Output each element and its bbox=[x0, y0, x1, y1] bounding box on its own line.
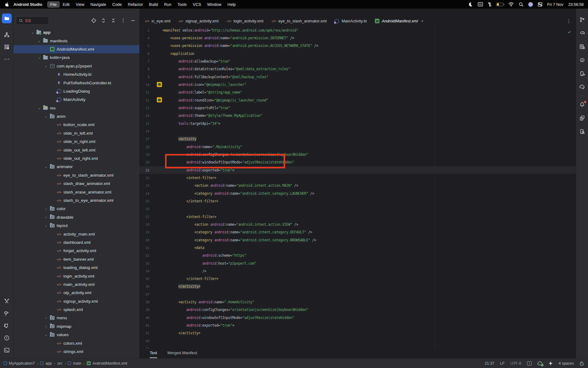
lock-open-icon[interactable] bbox=[580, 361, 584, 366]
keyboard-icon[interactable] bbox=[478, 2, 483, 6]
tab-options-kebab-icon[interactable]: ⋮ bbox=[567, 18, 571, 24]
device-explorer-icon[interactable] bbox=[577, 127, 587, 136]
menu-run[interactable]: Run bbox=[161, 1, 175, 8]
code-line-40[interactable]: 40 android:windowSoftInputMode="adjustRe… bbox=[139, 314, 576, 321]
code-line-11[interactable]: 11 android:label="@string/app_name" bbox=[139, 89, 576, 96]
code-line-12[interactable]: 12 android:roundIcon="@mipmap/ic_launche… bbox=[139, 96, 576, 104]
chevron-right-icon[interactable]: › bbox=[44, 215, 48, 219]
menu-tools[interactable]: Tools bbox=[175, 1, 190, 8]
code-line-8[interactable]: 8 android:dataExtractionRules="@xml/data… bbox=[139, 65, 576, 73]
code-line-16[interactable]: 16 bbox=[139, 127, 576, 135]
code-line-15[interactable]: 15 tools:targetApi="34"> bbox=[139, 120, 576, 127]
tree-item-otp-activity-xml[interactable]: </> otp_activity.xml bbox=[13, 289, 139, 297]
code-line-10[interactable]: 10 android:icon="@mipmap/ic_launcher" bbox=[139, 81, 576, 88]
chevron-down-icon[interactable]: ⌄ bbox=[44, 165, 48, 169]
code-line-2[interactable]: 2 <manifest xmlns:android="http://schema… bbox=[139, 26, 576, 34]
hide-icon[interactable] bbox=[130, 17, 136, 24]
code-line-39[interactable]: 39 android:configChanges="orientation|sc… bbox=[139, 306, 576, 314]
tree-item-color[interactable]: › color bbox=[13, 205, 139, 213]
tree-item-values[interactable]: ⌄ values bbox=[13, 331, 139, 339]
code-line-31[interactable]: 31 <data bbox=[139, 244, 576, 251]
tree-item-loadingdialog[interactable]: LoadingDialog bbox=[13, 87, 139, 95]
tree-item-item-banner-xml[interactable]: </> item_banner.xml bbox=[13, 255, 139, 263]
apple-logo-icon[interactable] bbox=[4, 2, 9, 7]
tree-item-slash-erase-animator-xml[interactable]: </> slash_erase_animator.xml bbox=[13, 188, 139, 196]
chevron-down-icon[interactable]: ⌄ bbox=[44, 64, 48, 68]
code-line-6[interactable]: 6 <application bbox=[139, 50, 576, 57]
chevron-down-icon[interactable]: ⌄ bbox=[37, 39, 41, 43]
code-line-38[interactable]: 38 <activity android:name=".HomeActivity… bbox=[139, 298, 576, 306]
menu-edit[interactable]: Edit bbox=[60, 1, 73, 8]
code-line-22[interactable]: 22 <intent-filter> bbox=[139, 174, 576, 182]
collapse-all-icon[interactable] bbox=[110, 17, 117, 24]
structure-icon[interactable] bbox=[2, 30, 12, 40]
indent-setting[interactable]: 4 spaces bbox=[559, 361, 574, 366]
sparkle-icon[interactable] bbox=[548, 361, 553, 366]
code-line-23[interactable]: 23 <action android:name="android.intent.… bbox=[139, 182, 576, 190]
code-line-9[interactable]: 9 android:fullBackupContent="@xml/backup… bbox=[139, 73, 576, 81]
code-line-30[interactable]: 30 <category android:name="android.inten… bbox=[139, 236, 576, 244]
tree-item-slide-out-left-xml[interactable]: </> slide_out_left.xml bbox=[13, 146, 139, 154]
tree-item-res[interactable]: ⌄ res bbox=[13, 104, 139, 112]
file-encoding[interactable]: UTF-8 bbox=[511, 361, 521, 366]
expand-all-icon[interactable] bbox=[100, 17, 107, 24]
code-line-4[interactable]: 4 <uses-permission android:name="android… bbox=[139, 34, 576, 42]
code-line-17[interactable]: 17 <activity bbox=[139, 135, 576, 143]
breadcrumb-app[interactable]: app bbox=[40, 361, 52, 366]
code-line-35[interactable]: 35 </intent-filter> bbox=[139, 275, 576, 283]
tree-item-homeactivity-kt[interactable]: K HomeActivity.kt bbox=[13, 70, 139, 79]
code-line-7[interactable]: 7 android:allowBackup="true" bbox=[139, 57, 576, 65]
tree-item-signup-activity-xml[interactable]: </> signup_activity.xml bbox=[13, 297, 139, 305]
tree-item-colors-xml[interactable]: </> colors.xml bbox=[13, 339, 139, 347]
logcat-icon[interactable] bbox=[2, 321, 12, 331]
view-tab-merged-manifest[interactable]: Merged Manifest bbox=[168, 351, 197, 358]
running-devices-icon[interactable] bbox=[577, 113, 587, 123]
device-manager-icon[interactable] bbox=[577, 69, 587, 79]
tree-item-splash-xml[interactable]: </> splash.xml bbox=[13, 305, 139, 314]
tree-item-layout[interactable]: ⌄ layout bbox=[13, 221, 139, 230]
chevron-down-icon[interactable]: ⌄ bbox=[31, 30, 34, 34]
tree-item-slash-draw-animator-xml[interactable]: </> slash_draw_animator.xml bbox=[13, 179, 139, 188]
menu-build[interactable]: Build bbox=[146, 1, 161, 8]
inspections-ok-icon[interactable]: ✔ bbox=[568, 29, 571, 34]
tree-item-com-ayan-p2pxpert[interactable]: ⌄ com.ayan.p2pxpert bbox=[13, 62, 139, 70]
device-streaming-icon[interactable] bbox=[577, 82, 587, 92]
tree-item-eye-to-slash-animator-xml[interactable]: </> eye_to_slash_animator.xml bbox=[13, 171, 139, 179]
tree-item-button-scale-xml[interactable]: </> button_scale.xml bbox=[13, 121, 139, 129]
breadcrumb-src[interactable]: src bbox=[57, 361, 62, 366]
tree-item-slide-in-right-xml[interactable]: </> slide_in_right.xml bbox=[13, 137, 139, 146]
chevron-down-icon[interactable]: ⌄ bbox=[44, 224, 48, 228]
code-line-27[interactable]: 27 <intent-filter> bbox=[139, 213, 576, 220]
code-line-29[interactable]: 29 <category android:name="android.inten… bbox=[139, 228, 576, 236]
code-line-28[interactable]: 28 <action android:name="android.intent.… bbox=[139, 220, 576, 228]
code-line-5[interactable]: 5 <uses-permission android:name="android… bbox=[139, 42, 576, 50]
tree-item-strings-xml[interactable]: </> strings.xml bbox=[13, 347, 139, 356]
code-line-25[interactable]: 25 </intent-filter> bbox=[139, 197, 576, 205]
code-line-14[interactable]: 14 android:theme="@style/Theme.MyApplica… bbox=[139, 112, 576, 120]
terminal-icon[interactable] bbox=[2, 345, 12, 355]
view-tab-text[interactable]: Text bbox=[150, 351, 157, 358]
project-icon[interactable] bbox=[2, 13, 12, 23]
tree-item-mainactivity[interactable]: MainActivity bbox=[13, 95, 139, 104]
menu-refactor[interactable]: Refactor bbox=[125, 1, 146, 8]
problems-icon[interactable] bbox=[2, 333, 12, 343]
code-line-37[interactable]: 37 bbox=[139, 290, 576, 298]
bluetooth-off-icon[interactable] bbox=[488, 2, 492, 7]
chevron-right-icon[interactable]: › bbox=[44, 324, 48, 328]
menu-help[interactable]: Help bbox=[224, 1, 239, 8]
code-line-26[interactable]: 26 bbox=[139, 205, 576, 213]
build-icon[interactable] bbox=[2, 309, 12, 318]
tree-item-dashboard-xml[interactable]: </> dashboard.xml bbox=[13, 238, 139, 247]
tree-item-kotlin-java[interactable]: ⌄ kotlin+java bbox=[13, 53, 139, 62]
menu-navigate[interactable]: Navigate bbox=[87, 1, 109, 8]
tree-item-slash-to-eye-animator-xml[interactable]: </> slash_to_eye_animator.xml bbox=[13, 196, 139, 205]
tree-item-loading-dialog-xml[interactable]: </> loading_dialog.xml bbox=[13, 263, 139, 272]
code-editor[interactable]: 2 <manifest xmlns:android="http://schema… bbox=[139, 26, 576, 349]
tree-item-forget-activity-xml[interactable]: </> forget_activity.xml bbox=[13, 247, 139, 255]
tree-item-app[interactable]: ⌄ app bbox=[13, 28, 139, 36]
project-speed-search[interactable]: SS bbox=[16, 16, 49, 25]
code-line-41[interactable]: 41 android:exported="true"> bbox=[139, 321, 576, 329]
options-icon[interactable] bbox=[120, 17, 126, 24]
app-quality-insights-icon[interactable] bbox=[577, 55, 587, 65]
editor-tab-login-activity-xml[interactable]: </> login_activity.xml bbox=[223, 16, 267, 26]
